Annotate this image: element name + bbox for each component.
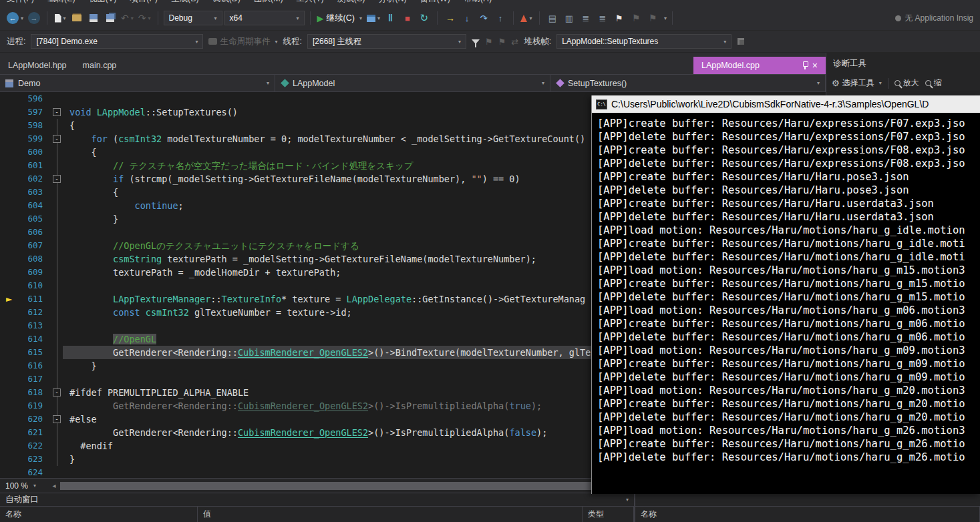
open-file-button[interactable] <box>69 10 84 26</box>
tab-lappmodel-cpp[interactable]: LAppModel.cpp × <box>693 57 826 74</box>
profiler-button[interactable]: ▾ <box>365 10 381 26</box>
breakpoint-margin[interactable] <box>0 172 20 186</box>
prev-bookmark-button[interactable]: ⚑ <box>629 10 643 26</box>
breakpoint-margin[interactable] <box>0 279 20 292</box>
menu-item-5[interactable]: 调试(D) <box>206 0 247 6</box>
line-list-button-2[interactable]: ≣ <box>595 10 610 26</box>
column-header-value[interactable]: 值 <box>198 507 583 522</box>
lifecycle-events-button[interactable]: 生命周期事件▾ <box>208 36 277 47</box>
restart-button[interactable]: ↻ <box>417 10 432 26</box>
close-tab-icon[interactable]: × <box>812 61 818 70</box>
zoom-in-button[interactable]: 放大 <box>894 77 919 89</box>
breakpoint-margin[interactable] <box>0 426 20 439</box>
fold-collapse-icon[interactable]: - <box>53 415 61 423</box>
console-window[interactable]: C:\ C:\Users\Public\work\Live2D\CubismSd… <box>591 95 980 494</box>
breakpoint-margin[interactable] <box>0 266 20 279</box>
breakpoint-margin[interactable] <box>0 159 20 172</box>
next-bookmark-button[interactable]: ⚑ <box>645 10 660 26</box>
breakpoint-margin[interactable] <box>0 346 20 359</box>
breakpoint-margin[interactable] <box>0 146 20 159</box>
breakpoint-margin[interactable] <box>0 252 20 266</box>
menu-item-7[interactable]: 工具(T) <box>290 0 331 6</box>
fold-collapse-icon[interactable]: - <box>53 388 61 397</box>
column-header-name[interactable]: 名称 <box>635 507 980 522</box>
breakpoint-margin[interactable] <box>0 372 20 386</box>
breakpoint-margin[interactable] <box>0 439 20 453</box>
hot-reload-button[interactable]: ▾ <box>519 10 534 26</box>
editor-zoom-select[interactable]: 100 %▾ <box>0 481 48 491</box>
continue-button[interactable]: ▶继续(C)▾ <box>316 10 363 26</box>
stack-frame-options-icon[interactable] <box>737 37 745 45</box>
menu-item-11[interactable]: 帮助(H) <box>457 0 498 6</box>
thread-select[interactable]: [2668] 主线程▾ <box>307 34 466 49</box>
project-dropdown[interactable]: Demo▾ <box>0 74 275 92</box>
breakpoint-margin[interactable] <box>0 186 20 199</box>
thread-filter-icon[interactable] <box>472 39 480 44</box>
menu-item-3[interactable]: 项目(P) <box>123 0 164 6</box>
console-titlebar[interactable]: C:\ C:\Users\Public\work\Live2D\CubismSd… <box>592 95 980 113</box>
menu-item-8[interactable]: 测试(S) <box>331 0 372 6</box>
breakpoint-margin[interactable] <box>0 119 20 132</box>
fold-collapse-icon[interactable]: - <box>53 108 61 116</box>
navigate-forward-button[interactable]: → <box>27 10 41 26</box>
process-select[interactable]: [7840] Demo.exe▾ <box>31 34 203 49</box>
class-dropdown[interactable]: LAppModel▾ <box>275 74 550 92</box>
stack-frame-select[interactable]: LAppModel::SetupTextures▾ <box>556 34 731 49</box>
step-out-button[interactable]: ↑ <box>493 10 508 26</box>
breakpoint-margin[interactable] <box>0 132 20 146</box>
breakpoint-margin[interactable] <box>0 319 20 332</box>
redo-button[interactable]: ↷▾ <box>137 10 152 26</box>
breakpoint-margin[interactable] <box>0 92 20 105</box>
flag-thread-icon[interactable]: ⚑ <box>485 37 493 47</box>
autos-window[interactable]: 自动窗口▾ 名称 值 类型 <box>0 493 635 522</box>
breakpoint-margin[interactable] <box>0 212 20 226</box>
breakpoint-margin[interactable] <box>0 453 20 466</box>
solution-platform-select[interactable]: x64▾ <box>224 11 305 25</box>
breakpoint-margin[interactable] <box>0 359 20 372</box>
breakpoint-margin[interactable] <box>0 239 20 252</box>
show-threads-in-source-icon[interactable]: ⇄ <box>511 37 518 47</box>
save-all-button[interactable] <box>103 10 118 26</box>
undo-button[interactable]: ↶▾ <box>120 10 135 26</box>
solution-configuration-select[interactable]: Debug▾ <box>164 11 222 25</box>
fold-collapse-icon[interactable]: - <box>53 175 61 183</box>
bookmarks-dropdown-caret-icon[interactable]: ▾ <box>664 15 667 21</box>
show-flagged-threads-icon[interactable]: ⚑ <box>498 37 506 47</box>
fold-collapse-icon[interactable]: - <box>53 135 61 143</box>
show-next-statement-button[interactable]: → <box>443 10 458 26</box>
breakpoint-margin[interactable] <box>0 386 20 399</box>
step-over-button[interactable]: ↷ <box>476 10 491 26</box>
breakpoint-margin[interactable] <box>0 306 20 319</box>
column-header-name[interactable]: 名称 <box>0 507 198 522</box>
breakpoint-margin[interactable] <box>0 332 20 346</box>
secondary-bottom-window[interactable]: 名称 <box>635 493 980 522</box>
scroll-left-arrow[interactable]: ◂ <box>48 482 60 489</box>
break-all-button[interactable]: ‖ <box>383 10 398 26</box>
new-file-button[interactable]: ▾ <box>53 10 67 26</box>
menu-item-9[interactable]: 分析(N) <box>371 0 413 6</box>
breakpoint-margin[interactable] <box>0 199 20 212</box>
method-dropdown[interactable]: SetupTextures()▾ <box>550 74 826 92</box>
breakpoint-margin[interactable] <box>0 466 20 478</box>
breakpoint-margin[interactable] <box>0 226 20 239</box>
tab-main-cpp[interactable]: main.cpp <box>75 57 125 74</box>
select-tool-button[interactable]: ⚙选择工具▾ <box>832 77 882 89</box>
breakpoint-margin[interactable] <box>0 399 20 413</box>
toggle-bookmark-button[interactable]: ⚑ <box>612 10 627 26</box>
panel-window-button-2[interactable]: ▥ <box>562 10 577 26</box>
breakpoint-margin[interactable] <box>0 413 20 426</box>
column-header-type[interactable]: 类型 <box>583 507 634 522</box>
menu-item-1[interactable]: 编辑(E) <box>41 0 82 6</box>
pin-tab-icon[interactable] <box>802 61 808 69</box>
step-into-button[interactable]: ↓ <box>460 10 474 26</box>
stop-debugging-button[interactable]: ■ <box>400 10 415 26</box>
breakpoint-margin[interactable]: ► <box>0 292 20 306</box>
tab-lappmodel-hpp[interactable]: LAppModel.hpp <box>0 57 75 74</box>
menu-item-10[interactable]: 窗口(W) <box>414 0 457 6</box>
panel-window-button-1[interactable]: ▤ <box>545 10 560 26</box>
menu-item-4[interactable]: 生成(B) <box>164 0 206 6</box>
application-insights-button[interactable]: 无 Application Insig <box>895 13 975 24</box>
window-menu-caret-icon[interactable]: ▾ <box>626 497 629 503</box>
breakpoint-margin[interactable] <box>0 105 20 119</box>
line-list-button-1[interactable]: ≣ <box>579 10 593 26</box>
